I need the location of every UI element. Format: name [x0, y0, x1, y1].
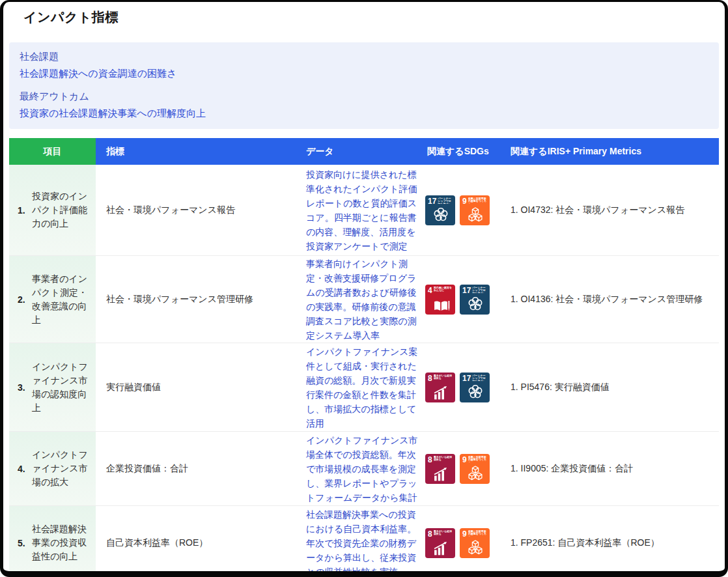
indicator-label: 企業投資価値：合計 [96, 432, 296, 505]
row-number: 5. [18, 538, 28, 548]
sdg-icons-cell: 8働きがいも経済成長も9産業と技術革新の基盤をつくろう [423, 506, 503, 577]
data-cell: 事業者向けインパクト測定・改善支援研修プログラムの受講者数および研修後の実践率。… [296, 256, 423, 343]
sdg-9-icon: 9産業と技術革新の基盤をつくろう [460, 195, 490, 225]
sdg-17-icon: 17パートナーシップで目標を達成しよう [460, 285, 490, 315]
summary-final-outcome: 最終アウトカム 投資家の社会課題解決事業への理解度向上 [20, 88, 708, 122]
item-label: インパクトファイナンス市場の拡大 [32, 448, 89, 489]
data-cell: 社会課題解決事業への投資における自己資本利益率。年次で投資先企業の財務データから… [296, 506, 423, 577]
column-header-indicator: 指標 [96, 138, 296, 165]
iris-metric: 1. OI4136: 社会・環境パフォーマンス管理研修 [503, 256, 719, 343]
item-cell: 1. 投資家のインパクト評価能力の向上 [9, 165, 96, 255]
table-row: 3. インパクトファイナンス市場の認知度向上 実行融資価値 インパクトファイナン… [9, 343, 719, 432]
sdg-17-icon: 17パートナーシップで目標を達成しよう [425, 195, 455, 225]
data-description: インパクトファイナンス市場全体での投資総額。年次で市場規模の成長率を測定し、業界… [306, 433, 418, 505]
sdg-icons-cell: 8働きがいも経済成長も9産業と技術革新の基盤をつくろう [423, 432, 503, 505]
sdg-icons-cell: 8働きがいも経済成長も17パートナーシップで目標を達成しよう [423, 343, 503, 431]
sdg-8-icon: 8働きがいも経済成長も [425, 454, 455, 484]
item-label: 社会課題解決事業の投資収益性の向上 [32, 522, 89, 563]
summary-value: 投資家の社会課題解決事業への理解度向上 [20, 105, 708, 122]
indicator-label: 実行融資価値 [96, 343, 296, 431]
indicator-label: 社会・環境パフォーマンス報告 [96, 165, 296, 255]
summary-label: 社会課題 [20, 48, 708, 65]
column-header-item: 項目 [9, 138, 96, 165]
iris-metric: 1. FP2651: 自己資本利益率（ROE） [503, 506, 719, 577]
data-description: 事業者向けインパクト測定・改善支援研修プログラムの受講者数および研修後の実践率。… [306, 257, 418, 343]
row-number: 2. [18, 294, 28, 305]
row-number: 4. [18, 464, 28, 474]
item-cell: 2. 事業者のインパクト測定・改善意識の向上 [9, 256, 96, 343]
iris-metric: 1. PI5476: 実行融資価値 [503, 343, 719, 431]
sdg-9-icon: 9産業と技術革新の基盤をつくろう [460, 528, 490, 558]
iris-metric: 1. OI4732: 社会・環境パフォーマンス報告 [503, 165, 719, 255]
data-cell: インパクトファイナンス案件として組成・実行された融資の総額。月次で新規実行案件の… [296, 343, 423, 431]
table-row: 2. 事業者のインパクト測定・改善意識の向上 社会・環境パフォーマンス管理研修 … [9, 256, 719, 343]
screenshot-frame: インパクト指標 社会課題 社会課題解決への資金調達の困難さ 最終アウトカム 投資… [0, 0, 728, 577]
table-row: 4. インパクトファイナンス市場の拡大 企業投資価値：合計 インパクトファイナン… [9, 432, 719, 506]
row-number: 3. [18, 382, 28, 393]
column-header-iris: 関連するIRIS+ Primary Metrics [503, 138, 719, 165]
data-cell: 投資家向けに提供された標準化されたインパクト評価レポートの数と質的評価スコア。四… [296, 165, 423, 255]
sdg-4-icon: 4質の高い教育をみんなに [425, 285, 455, 315]
item-cell: 3. インパクトファイナンス市場の認知度向上 [9, 343, 96, 431]
summary-label: 最終アウトカム [20, 88, 708, 105]
item-cell: 5. 社会課題解決事業の投資収益性の向上 [9, 506, 96, 577]
item-label: 事業者のインパクト測定・改善意識の向上 [32, 272, 89, 327]
iris-metric: 1. II9005: 企業投資価値：合計 [503, 432, 719, 505]
row-number: 1. [18, 205, 28, 216]
summary-box: 社会課題 社会課題解決への資金調達の困難さ 最終アウトカム 投資家の社会課題解決… [9, 42, 719, 129]
sdg-17-icon: 17パートナーシップで目標を達成しよう [460, 373, 490, 402]
page-title: インパクト指標 [23, 8, 725, 26]
summary-value: 社会課題解決への資金調達の困難さ [20, 65, 708, 82]
summary-social-issue: 社会課題 社会課題解決への資金調達の困難さ [20, 48, 708, 82]
impact-indicator-table: 項目 指標 データ 関連するSDGs 関連するIRIS+ Primary Met… [9, 138, 719, 577]
data-cell: インパクトファイナンス市場全体での投資総額。年次で市場規模の成長率を測定し、業界… [296, 432, 423, 505]
data-description: 投資家向けに提供された標準化されたインパクト評価レポートの数と質的評価スコア。四… [306, 167, 418, 253]
table-row: 5. 社会課題解決事業の投資収益性の向上 自己資本利益率（ROE） 社会課題解決… [9, 506, 719, 577]
table-body: 1. 投資家のインパクト評価能力の向上 社会・環境パフォーマンス報告 投資家向け… [9, 165, 719, 577]
column-header-data: データ [296, 138, 423, 165]
indicator-label: 自己資本利益率（ROE） [96, 506, 296, 577]
data-description: インパクトファイナンス案件として組成・実行された融資の総額。月次で新規実行案件の… [306, 345, 418, 430]
item-label: 投資家のインパクト評価能力の向上 [32, 190, 89, 231]
sdg-icons-cell: 4質の高い教育をみんなに17パートナーシップで目標を達成しよう [423, 256, 503, 343]
data-description: 社会課題解決事業への投資における自己資本利益率。年次で投資先企業の財務データから… [306, 507, 418, 577]
column-header-sdgs: 関連するSDGs [423, 138, 503, 165]
item-cell: 4. インパクトファイナンス市場の拡大 [9, 432, 96, 505]
item-label: インパクトファイナンス市場の認知度向上 [32, 360, 89, 415]
sdg-icons-cell: 17パートナーシップで目標を達成しよう9産業と技術革新の基盤をつくろう [423, 165, 503, 255]
sdg-9-icon: 9産業と技術革新の基盤をつくろう [460, 454, 490, 484]
indicator-label: 社会・環境パフォーマンス管理研修 [96, 256, 296, 343]
table-row: 1. 投資家のインパクト評価能力の向上 社会・環境パフォーマンス報告 投資家向け… [9, 165, 719, 256]
sdg-8-icon: 8働きがいも経済成長も [425, 373, 455, 402]
table-header-row: 項目 指標 データ 関連するSDGs 関連するIRIS+ Primary Met… [9, 138, 719, 165]
sdg-8-icon: 8働きがいも経済成長も [425, 528, 455, 558]
